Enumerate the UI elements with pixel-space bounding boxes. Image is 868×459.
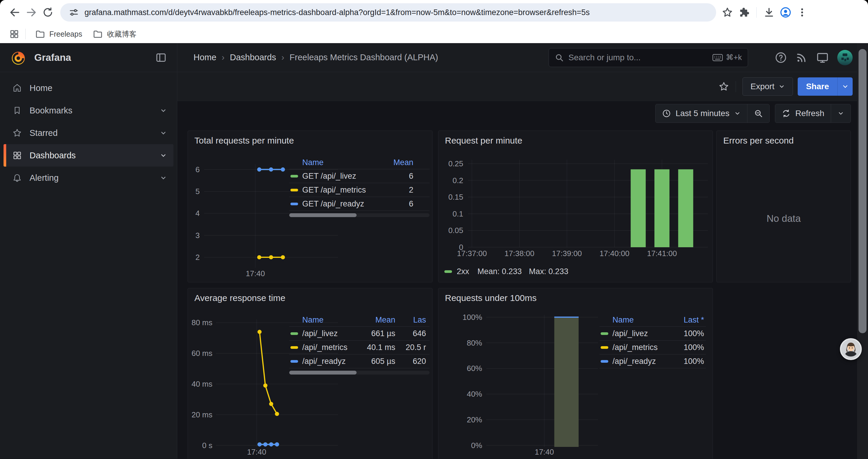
panel-errors-per-second: Errors per second No data [716, 131, 851, 282]
monitor-icon[interactable] [816, 51, 829, 64]
svg-text:3: 3 [195, 231, 200, 240]
favorite-star-icon[interactable] [718, 81, 729, 92]
page-scrollbar[interactable] [857, 43, 868, 459]
chevron-down-icon [838, 110, 844, 117]
zoom-out-button[interactable] [747, 104, 769, 123]
refresh-interval-dropdown[interactable] [831, 104, 850, 123]
svg-text:60%: 60% [467, 364, 482, 373]
dashboard-canvas: Last 5 minutes Refresh [177, 101, 868, 459]
extensions-icon[interactable] [736, 4, 752, 21]
svg-text:0%: 0% [471, 441, 482, 450]
profile-icon[interactable] [777, 4, 794, 21]
download-icon[interactable] [761, 4, 777, 21]
legend[interactable]: 2xx Mean: 0.233 Max: 0.233 [444, 266, 576, 277]
legend-header: NameMeanLas [289, 314, 430, 327]
browser-toolbar: grafana.mathmast.com/d/deytv4rwavabkb/fr… [0, 0, 868, 25]
time-range-picker[interactable]: Last 5 minutes [656, 104, 747, 123]
back-arrow-icon[interactable] [6, 4, 23, 21]
reload-icon[interactable] [39, 4, 56, 21]
actions-divider [736, 81, 736, 92]
bookmark-star-icon[interactable] [719, 4, 736, 21]
folder-icon [35, 29, 45, 39]
breadcrumb-dashboards[interactable]: Dashboards [230, 53, 276, 62]
sidebar-item-alerting[interactable]: Alerting [4, 167, 174, 189]
bar-chart-plot: 0.250.20.150.10.05017:37:0017:38:0017:39… [438, 131, 713, 282]
legend-row[interactable]: GET /api/_metrics2 [289, 183, 430, 197]
search-box[interactable]: ⌘+k [549, 48, 748, 67]
sidebar-item-starred[interactable]: Starred [4, 122, 174, 144]
legend-table: NameLast */api/_livez100%/api/_metrics10… [599, 314, 706, 368]
svg-text:80 ms: 80 ms [191, 318, 212, 327]
svg-text:40 ms: 40 ms [191, 380, 212, 388]
grafana-logo-icon [10, 49, 27, 66]
svg-text:40%: 40% [467, 390, 482, 398]
export-button[interactable]: Export [742, 77, 793, 96]
rss-icon[interactable] [795, 52, 808, 64]
svg-text:20%: 20% [467, 415, 482, 424]
keyboard-icon [712, 54, 723, 61]
sidebar-item-dashboards[interactable]: Dashboards [4, 144, 174, 167]
svg-text:17:40:00: 17:40:00 [599, 249, 629, 258]
svg-text:20 ms: 20 ms [191, 410, 212, 419]
dashboard-actions: Export Share [177, 72, 868, 101]
svg-text:0.1: 0.1 [453, 209, 463, 218]
breadcrumb-home[interactable]: Home [193, 53, 216, 62]
svg-text:60 ms: 60 ms [191, 349, 212, 358]
star-icon [12, 128, 22, 138]
legend-scrollbar[interactable] [289, 213, 430, 217]
assistant-avatar[interactable] [840, 338, 862, 360]
panel-request-per-minute: Request per minute 0.250.20.150.10.05017… [438, 131, 713, 282]
legend-row[interactable]: /api/_readyz605 µs620 [289, 355, 430, 368]
url-text[interactable]: grafana.mathmast.com/d/deytv4rwavabkb/fr… [85, 8, 590, 17]
search-icon [555, 53, 564, 62]
legend-row[interactable]: GET /api/_livez6 [289, 169, 430, 183]
dock-menu-icon[interactable] [155, 52, 167, 64]
share-dropdown-button[interactable] [837, 77, 852, 96]
kebab-menu-icon[interactable] [794, 4, 810, 21]
legend-row[interactable]: /api/_metrics40.1 ms20.5 r [289, 340, 430, 355]
panel-requests-under-100ms: Requests under 100ms 100%80%60%40%20%0%1… [438, 288, 713, 459]
chevron-down-icon[interactable] [159, 129, 167, 137]
legend-scrollbar[interactable] [289, 371, 430, 374]
time-range-group: Last 5 minutes [655, 104, 770, 123]
refresh-button[interactable]: Refresh [775, 104, 831, 123]
legend-row[interactable]: GET /api/_readyz6 [289, 197, 430, 211]
svg-text:0 s: 0 s [202, 441, 212, 450]
panel-title[interactable]: Errors per second [723, 136, 794, 145]
bookmarks-bar: Freeleaps 收藏博客 [0, 25, 868, 43]
home-icon [12, 83, 22, 93]
chevron-down-icon [778, 83, 785, 90]
sidebar-item-home[interactable]: Home [4, 77, 174, 99]
bookmark-folder-freeleaps[interactable]: Freeleaps [30, 27, 88, 41]
legend-row[interactable]: /api/_metrics100% [599, 340, 706, 355]
no-data-message: No data [717, 213, 850, 224]
address-bar[interactable]: grafana.mathmast.com/d/deytv4rwavabkb/fr… [60, 3, 716, 22]
svg-text:0.25: 0.25 [448, 159, 463, 168]
clock-icon [662, 109, 671, 118]
legend-row[interactable]: /api/_livez100% [599, 327, 706, 340]
forward-arrow-icon[interactable] [23, 4, 39, 21]
site-info-icon[interactable] [68, 7, 79, 18]
apps-grid-icon[interactable] [7, 27, 21, 41]
scrollbar-thumb[interactable] [859, 49, 867, 333]
sidebar-item-bookmarks[interactable]: Bookmarks [4, 99, 174, 122]
svg-text:17:40: 17:40 [535, 448, 554, 456]
legend-row[interactable]: /api/_livez661 µs646 [289, 327, 430, 340]
user-avatar[interactable] [837, 50, 852, 65]
svg-text:6: 6 [195, 165, 200, 174]
chevron-down-icon[interactable] [159, 106, 167, 114]
help-icon[interactable] [775, 52, 787, 64]
search-input[interactable] [568, 53, 712, 62]
chevron-down-icon[interactable] [159, 174, 167, 182]
legend-row[interactable]: /api/_readyz100% [599, 355, 706, 368]
share-button[interactable]: Share [798, 77, 837, 96]
header-main: Home › Dashboards › Freeleaps Metrics Da… [177, 43, 868, 72]
breadcrumb-separator: › [222, 53, 224, 62]
svg-text:80%: 80% [467, 338, 482, 347]
chevron-down-icon[interactable] [159, 151, 167, 160]
series-swatch [444, 270, 452, 273]
series-max: Max: 0.233 [529, 267, 568, 276]
brand-name: Grafana [34, 52, 71, 63]
bookmark-folder-blogs[interactable]: 收藏博客 [88, 27, 142, 41]
browser-chrome: grafana.mathmast.com/d/deytv4rwavabkb/fr… [0, 0, 868, 43]
